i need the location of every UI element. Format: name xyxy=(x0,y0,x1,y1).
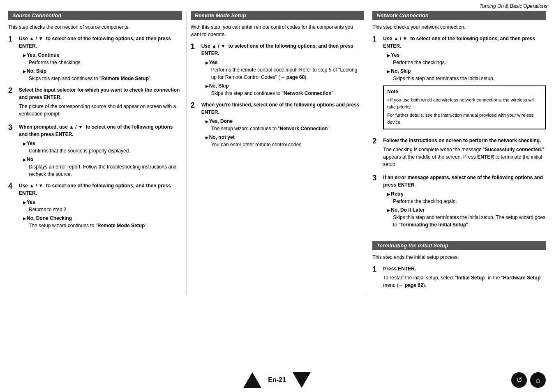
network-connection-intro: This step checks your network connection… xyxy=(372,23,546,31)
footer-icons: ↺ ⌂ xyxy=(511,372,546,388)
nav-up-icon[interactable] xyxy=(243,372,261,388)
column-remote-mode: Remote Mode Setup With this step, you ca… xyxy=(186,11,368,295)
home-icon[interactable]: ⌂ xyxy=(530,372,546,388)
column-source-connection: Source Connection This step checks the c… xyxy=(4,11,186,295)
content-area: Source Connection This step checks the c… xyxy=(0,11,554,295)
remote-step-2: 2 When you're finished, select one of th… xyxy=(191,101,364,148)
column-network: Network Connection This step checks your… xyxy=(368,11,550,295)
remote-mode-intro: With this step, you can enter remote con… xyxy=(191,23,364,38)
terminating-step-1: 1 Press ENTER. To restart the initial se… xyxy=(372,265,546,291)
header-title: Turning On & Basic Operations xyxy=(480,3,547,9)
nav-down-icon[interactable] xyxy=(293,372,311,388)
source-step-2: 2 Select the input selector for which yo… xyxy=(8,86,182,119)
network-connection-header: Network Connection xyxy=(372,11,546,20)
network-step-2: 2 Follow the instructions on screen to p… xyxy=(372,137,546,170)
page-header: Turning On & Basic Operations xyxy=(0,0,554,11)
remote-mode-header: Remote Mode Setup xyxy=(191,11,364,20)
network-step-1: 1 Use ▲ / ▼ to select one of the followi… xyxy=(372,35,546,133)
terminating-header: Terminating the Initial Setup xyxy=(372,241,546,250)
remote-step-1: 1 Use ▲ / ▼ to select one of the followi… xyxy=(191,42,364,97)
page-number: En-21 xyxy=(268,376,286,384)
source-step-1: 1 Use ▲ / ▼ to select one of the followi… xyxy=(8,35,182,82)
source-connection-intro: This step checks the connection of sourc… xyxy=(8,23,182,31)
terminating-section: Terminating the Initial Setup This step … xyxy=(372,241,546,291)
back-icon[interactable]: ↺ xyxy=(511,372,527,388)
source-step-4: 4 Use ▲ / ▼ to select one of the followi… xyxy=(8,182,182,229)
source-connection-header: Source Connection xyxy=(8,11,182,20)
terminating-intro: This step ends the initial setup process… xyxy=(372,254,546,261)
network-step-3: 3 If an error message appears, select on… xyxy=(372,174,546,228)
page-footer: En-21 ↺ ⌂ xyxy=(0,372,554,388)
note-box: Note • If you use both wired and wireles… xyxy=(383,85,546,129)
footer-center: En-21 xyxy=(243,372,311,388)
source-step-3: 3 When prompted, use ▲ / ▼ to select one… xyxy=(8,123,182,178)
